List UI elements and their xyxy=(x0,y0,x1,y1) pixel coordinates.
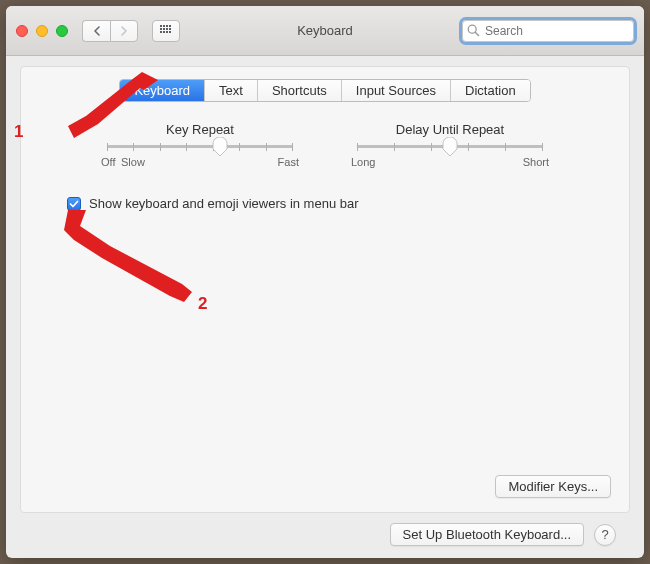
traffic-lights xyxy=(16,25,68,37)
key-repeat-off-label: Off xyxy=(101,156,115,168)
key-repeat-slow-label: Slow xyxy=(121,156,145,168)
chevron-left-icon xyxy=(93,26,101,36)
checkmark-icon xyxy=(69,199,79,209)
key-repeat-label: Key Repeat xyxy=(107,122,293,137)
main-panel: Keyboard Text Shortcuts Input Sources Di… xyxy=(20,66,630,513)
key-repeat-marks: Off Slow Fast xyxy=(107,156,293,168)
delay-repeat-thumb[interactable] xyxy=(442,137,458,157)
key-repeat-slider[interactable]: Off Slow Fast xyxy=(107,145,293,168)
zoom-button[interactable] xyxy=(56,25,68,37)
svg-line-1 xyxy=(475,32,478,35)
bluetooth-keyboard-button[interactable]: Set Up Bluetooth Keyboard... xyxy=(390,523,584,546)
show-all-button[interactable] xyxy=(152,20,180,42)
search-icon xyxy=(467,24,480,40)
grid-icon xyxy=(160,25,172,37)
modifier-keys-button[interactable]: Modifier Keys... xyxy=(495,475,611,498)
tab-keyboard[interactable]: Keyboard xyxy=(120,80,205,101)
nav-back-forward xyxy=(82,20,138,42)
show-viewers-label: Show keyboard and emoji viewers in menu … xyxy=(89,196,359,211)
tab-bar: Keyboard Text Shortcuts Input Sources Di… xyxy=(119,79,530,102)
help-icon: ? xyxy=(601,527,608,542)
sliders-row: Key Repeat Off Slow xyxy=(41,122,609,168)
tab-input-sources[interactable]: Input Sources xyxy=(342,80,451,101)
key-repeat-thumb[interactable] xyxy=(212,137,228,157)
delay-repeat-slider[interactable]: Long Short xyxy=(357,145,543,168)
key-repeat-group: Key Repeat Off Slow xyxy=(107,122,293,168)
delay-repeat-label: Delay Until Repeat xyxy=(357,122,543,137)
minimize-button[interactable] xyxy=(36,25,48,37)
content-area: Keyboard Text Shortcuts Input Sources Di… xyxy=(6,56,644,558)
forward-button[interactable] xyxy=(110,20,138,42)
show-viewers-checkbox[interactable] xyxy=(67,197,81,211)
help-button[interactable]: ? xyxy=(594,524,616,546)
search-input[interactable] xyxy=(462,20,634,42)
delay-repeat-marks: Long Short xyxy=(357,156,543,168)
delay-repeat-short-label: Short xyxy=(523,156,549,168)
close-button[interactable] xyxy=(16,25,28,37)
delay-repeat-long-label: Long xyxy=(351,156,375,168)
chevron-right-icon xyxy=(120,26,128,36)
preferences-window: Keyboard Keyboard Text Shortcuts Input S… xyxy=(6,6,644,558)
footer-row: Set Up Bluetooth Keyboard... ? xyxy=(20,513,630,546)
tab-dictation[interactable]: Dictation xyxy=(451,80,530,101)
delay-repeat-group: Delay Until Repeat Long Shor xyxy=(357,122,543,168)
tab-text[interactable]: Text xyxy=(205,80,258,101)
tab-shortcuts[interactable]: Shortcuts xyxy=(258,80,342,101)
search-field-wrap xyxy=(462,20,634,42)
key-repeat-fast-label: Fast xyxy=(278,156,299,168)
show-viewers-row: Show keyboard and emoji viewers in menu … xyxy=(67,196,609,211)
back-button[interactable] xyxy=(82,20,110,42)
titlebar: Keyboard xyxy=(6,6,644,56)
